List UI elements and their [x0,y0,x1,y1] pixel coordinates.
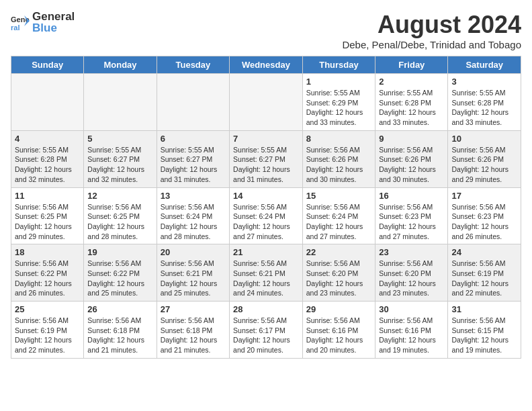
day-header-monday: Monday [84,56,157,74]
day-number: 30 [379,304,444,314]
calendar-day: 12Sunrise: 5:56 AM Sunset: 6:25 PM Dayli… [84,187,157,244]
day-info: Sunrise: 5:56 AM Sunset: 6:22 PM Dayligh… [15,259,80,298]
day-info: Sunrise: 5:56 AM Sunset: 6:26 PM Dayligh… [451,145,517,185]
day-number: 16 [379,191,444,201]
calendar-week-row: 18Sunrise: 5:56 AM Sunset: 6:22 PM Dayli… [11,244,521,302]
day-number: 13 [161,191,226,201]
day-info: Sunrise: 5:56 AM Sunset: 6:24 PM Dayligh… [233,202,299,242]
day-number: 15 [306,191,371,201]
calendar-day: 11Sunrise: 5:56 AM Sunset: 6:25 PM Dayli… [11,187,84,244]
day-number: 5 [87,134,152,144]
day-info: Sunrise: 5:55 AM Sunset: 6:27 PM Dayligh… [87,145,152,185]
day-info: Sunrise: 5:56 AM Sunset: 6:24 PM Dayligh… [161,202,226,242]
calendar-day: 23Sunrise: 5:56 AM Sunset: 6:20 PM Dayli… [375,244,448,302]
calendar-day: 14Sunrise: 5:56 AM Sunset: 6:24 PM Dayli… [230,187,303,244]
day-header-saturday: Saturday [448,56,521,74]
day-number: 27 [161,304,226,314]
calendar-day: 17Sunrise: 5:56 AM Sunset: 6:23 PM Dayli… [448,187,521,244]
day-number: 29 [306,304,371,314]
day-header-thursday: Thursday [302,56,375,74]
calendar-week-row: 1Sunrise: 5:55 AM Sunset: 6:29 PM Daylig… [11,74,521,131]
day-info: Sunrise: 5:56 AM Sunset: 6:26 PM Dayligh… [379,145,444,185]
day-number: 18 [15,247,80,257]
calendar-day: 28Sunrise: 5:56 AM Sunset: 6:17 PM Dayli… [230,302,303,359]
day-header-sunday: Sunday [11,56,84,74]
day-info: Sunrise: 5:56 AM Sunset: 6:17 PM Dayligh… [233,316,299,355]
calendar-day: 6Sunrise: 5:55 AM Sunset: 6:27 PM Daylig… [157,130,229,187]
day-number: 8 [306,134,371,144]
month-title: August 2024 [342,11,521,39]
calendar-day: 18Sunrise: 5:56 AM Sunset: 6:22 PM Dayli… [11,244,84,302]
day-info: Sunrise: 5:55 AM Sunset: 6:27 PM Dayligh… [233,145,299,185]
calendar-day: 13Sunrise: 5:56 AM Sunset: 6:24 PM Dayli… [157,187,229,244]
day-info: Sunrise: 5:56 AM Sunset: 6:21 PM Dayligh… [161,259,226,298]
day-info: Sunrise: 5:56 AM Sunset: 6:22 PM Dayligh… [87,259,152,298]
day-info: Sunrise: 5:56 AM Sunset: 6:18 PM Dayligh… [161,316,226,355]
page-header: Gene ral General Blue August 2024 Debe, … [11,11,521,50]
calendar-day: 31Sunrise: 5:56 AM Sunset: 6:15 PM Dayli… [448,302,521,359]
day-number: 26 [87,304,152,314]
calendar-day: 19Sunrise: 5:56 AM Sunset: 6:22 PM Dayli… [84,244,157,302]
calendar-day: 27Sunrise: 5:56 AM Sunset: 6:18 PM Dayli… [157,302,229,359]
calendar-day: 25Sunrise: 5:56 AM Sunset: 6:19 PM Dayli… [11,302,84,359]
day-info: Sunrise: 5:56 AM Sunset: 6:26 PM Dayligh… [306,145,371,185]
day-number: 7 [233,134,299,144]
day-number: 24 [451,247,517,257]
day-number: 17 [451,191,517,201]
title-block: August 2024 Debe, Penal/Debe, Trinidad a… [342,11,521,50]
day-header-friday: Friday [375,56,448,74]
calendar-day: 24Sunrise: 5:56 AM Sunset: 6:19 PM Dayli… [448,244,521,302]
calendar-day: 29Sunrise: 5:56 AM Sunset: 6:16 PM Dayli… [302,302,375,359]
calendar-day: 16Sunrise: 5:56 AM Sunset: 6:23 PM Dayli… [375,187,448,244]
calendar-day: 7Sunrise: 5:55 AM Sunset: 6:27 PM Daylig… [230,130,303,187]
day-number: 4 [15,134,80,144]
day-info: Sunrise: 5:55 AM Sunset: 6:28 PM Dayligh… [451,88,517,128]
calendar-day: 15Sunrise: 5:56 AM Sunset: 6:24 PM Dayli… [302,187,375,244]
day-info: Sunrise: 5:56 AM Sunset: 6:20 PM Dayligh… [306,259,371,298]
day-info: Sunrise: 5:56 AM Sunset: 6:15 PM Dayligh… [451,316,517,355]
day-number: 31 [451,304,517,314]
day-info: Sunrise: 5:56 AM Sunset: 6:25 PM Dayligh… [87,202,152,242]
calendar-week-row: 25Sunrise: 5:56 AM Sunset: 6:19 PM Dayli… [11,302,521,359]
calendar-day: 30Sunrise: 5:56 AM Sunset: 6:16 PM Dayli… [375,302,448,359]
day-info: Sunrise: 5:56 AM Sunset: 6:16 PM Dayligh… [306,316,371,355]
day-number: 19 [87,247,152,257]
day-header-wednesday: Wednesday [230,56,303,74]
day-number: 22 [306,247,371,257]
day-info: Sunrise: 5:55 AM Sunset: 6:29 PM Dayligh… [306,88,371,128]
day-info: Sunrise: 5:56 AM Sunset: 6:19 PM Dayligh… [15,316,80,355]
day-info: Sunrise: 5:56 AM Sunset: 6:25 PM Dayligh… [15,202,80,242]
calendar-day: 10Sunrise: 5:56 AM Sunset: 6:26 PM Dayli… [448,130,521,187]
logo-text-blue: Blue [32,21,57,34]
calendar-day: 9Sunrise: 5:56 AM Sunset: 6:26 PM Daylig… [375,130,448,187]
calendar-day: 5Sunrise: 5:55 AM Sunset: 6:27 PM Daylig… [84,130,157,187]
day-number: 25 [15,304,80,314]
calendar-day: 2Sunrise: 5:55 AM Sunset: 6:28 PM Daylig… [375,74,448,131]
day-header-tuesday: Tuesday [157,56,229,74]
calendar-header-row: SundayMondayTuesdayWednesdayThursdayFrid… [11,56,521,74]
location-title: Debe, Penal/Debe, Trinidad and Tobago [342,39,521,50]
day-info: Sunrise: 5:56 AM Sunset: 6:21 PM Dayligh… [233,259,299,298]
calendar-day [11,74,84,131]
calendar-week-row: 11Sunrise: 5:56 AM Sunset: 6:25 PM Dayli… [11,187,521,244]
calendar-day: 1Sunrise: 5:55 AM Sunset: 6:29 PM Daylig… [302,74,375,131]
day-number: 14 [233,191,299,201]
calendar-table: SundayMondayTuesdayWednesdayThursdayFrid… [11,56,521,359]
day-info: Sunrise: 5:55 AM Sunset: 6:28 PM Dayligh… [379,88,444,128]
day-info: Sunrise: 5:56 AM Sunset: 6:23 PM Dayligh… [379,202,444,242]
day-info: Sunrise: 5:56 AM Sunset: 6:24 PM Dayligh… [306,202,371,242]
day-info: Sunrise: 5:56 AM Sunset: 6:16 PM Dayligh… [379,316,444,355]
calendar-day [84,74,157,131]
calendar-day: 20Sunrise: 5:56 AM Sunset: 6:21 PM Dayli… [157,244,229,302]
day-number: 23 [379,247,444,257]
calendar-day: 3Sunrise: 5:55 AM Sunset: 6:28 PM Daylig… [448,74,521,131]
day-info: Sunrise: 5:56 AM Sunset: 6:19 PM Dayligh… [451,259,517,298]
day-number: 3 [451,77,517,87]
day-info: Sunrise: 5:56 AM Sunset: 6:18 PM Dayligh… [87,316,152,355]
calendar-day: 22Sunrise: 5:56 AM Sunset: 6:20 PM Dayli… [302,244,375,302]
calendar-week-row: 4Sunrise: 5:55 AM Sunset: 6:28 PM Daylig… [11,130,521,187]
calendar-day: 8Sunrise: 5:56 AM Sunset: 6:26 PM Daylig… [302,130,375,187]
day-number: 11 [15,191,80,201]
day-number: 12 [87,191,152,201]
calendar-day [157,74,229,131]
